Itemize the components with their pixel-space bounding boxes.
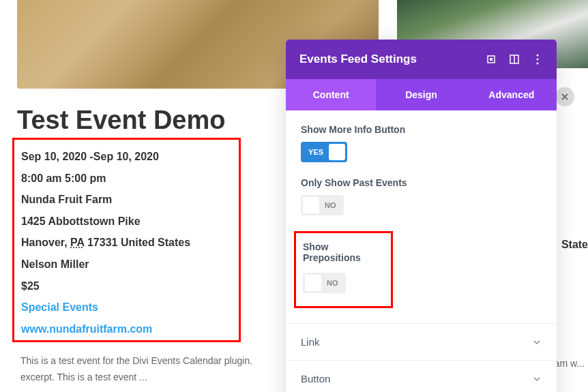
event-excerpt: This is a test event for the Divi Events… — [20, 353, 280, 386]
accordion-button[interactable]: Button — [286, 360, 557, 392]
event-website-link[interactable]: www.nundafruitfarm.com — [21, 322, 232, 337]
svg-point-4 — [537, 55, 539, 57]
tab-advanced[interactable]: Advanced — [467, 79, 557, 110]
event-time-range: 8:00 am 5:00 pm — [21, 171, 232, 186]
setting-more-info: Show More Info Button YES — [301, 124, 542, 162]
more-info-label: Show More Info Button — [301, 124, 542, 135]
svg-rect-1 — [490, 58, 493, 61]
more-info-toggle[interactable]: YES — [301, 142, 347, 162]
past-events-toggle[interactable]: NO — [301, 195, 344, 215]
chevron-down-icon — [532, 337, 542, 347]
settings-panel: Events Feed Settings Content Design Adva… — [286, 40, 557, 392]
header-icons — [486, 54, 543, 65]
expand-icon[interactable] — [486, 54, 497, 65]
settings-tabs: Content Design Advanced — [286, 79, 557, 110]
event-details-highlight: Sep 10, 2020 -Sep 10, 2020 8:00 am 5:00 … — [12, 138, 241, 342]
prepositions-label: Show Prepositions — [303, 241, 384, 263]
event-venue: Nunda Fruit Farm — [21, 192, 232, 207]
event-organizer: Nelson Miller — [21, 257, 232, 272]
chevron-down-icon — [532, 374, 542, 384]
bg-state-fragment: State — [561, 239, 588, 251]
close-module-icon[interactable] — [555, 87, 574, 106]
event-title: Test Event Demo — [17, 106, 225, 135]
toggle-handle — [329, 144, 345, 160]
toggle-handle — [305, 275, 321, 291]
tab-design[interactable]: Design — [376, 79, 466, 110]
accordion-link[interactable]: Link — [286, 323, 557, 360]
panel-header: Events Feed Settings — [286, 40, 557, 79]
event-price: $25 — [21, 279, 232, 294]
event-address: 1425 Abbottstown Pike — [21, 214, 232, 229]
prepositions-toggle[interactable]: NO — [303, 273, 346, 293]
prepositions-highlight: Show Prepositions NO — [294, 231, 393, 308]
tab-content[interactable]: Content — [286, 79, 376, 110]
more-icon[interactable] — [532, 54, 543, 65]
panel-body: Show More Info Button YES Only Show Past… — [286, 110, 557, 308]
event-category-link[interactable]: Special Events — [21, 300, 232, 315]
columns-icon[interactable] — [509, 54, 520, 65]
past-events-label: Only Show Past Events — [301, 177, 542, 188]
panel-title: Events Feed Settings — [299, 52, 417, 66]
setting-past-events: Only Show Past Events NO — [301, 177, 542, 216]
event-city-state: Hanover, PA 17331 United States — [21, 235, 232, 250]
svg-point-6 — [537, 63, 539, 65]
svg-point-5 — [537, 59, 539, 61]
toggle-handle — [303, 197, 319, 213]
event-date-range: Sep 10, 2020 -Sep 10, 2020 — [21, 149, 232, 164]
